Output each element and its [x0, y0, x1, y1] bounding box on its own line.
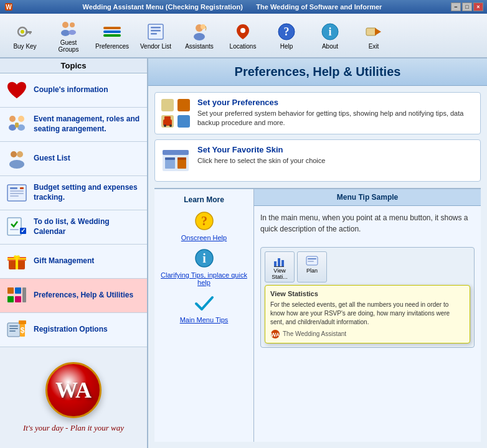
svg-point-69: [169, 124, 172, 127]
svg-rect-83: [274, 266, 284, 267]
svg-point-7: [62, 22, 69, 28]
set-preferences-desc: Set your preferred system behavior for g…: [197, 109, 475, 128]
preferences-sidebar-icon: [5, 284, 29, 307]
sidebar-logo: WA It's your day - Plan it your way: [0, 347, 147, 448]
maximize-button[interactable]: □: [462, 2, 472, 11]
svg-rect-56: [9, 325, 18, 327]
svg-rect-86: [308, 261, 314, 262]
locations-button[interactable]: Locations: [222, 16, 264, 55]
sidebar-label-budget: Budget setting and expenses tracking.: [34, 183, 142, 202]
vendor-icon: [146, 22, 166, 42]
sidebar-item-gifts[interactable]: Gift Management: [0, 245, 147, 279]
heart-icon: [5, 78, 29, 102]
title-bar-controls[interactable]: − □ ×: [451, 2, 483, 11]
preferences-button[interactable]: Preferences: [91, 16, 133, 55]
svg-rect-53: [15, 296, 21, 302]
svg-rect-41: [20, 187, 24, 189]
check-icon: [194, 292, 215, 314]
sidebar-item-preferences[interactable]: Preferences, Help & Utilities: [0, 279, 147, 313]
window-title: Wedding Assistant Menu (Checking Registr…: [14, 3, 451, 11]
svg-rect-52: [7, 296, 14, 302]
tooltip-footer: WA The Wedding Assistant: [270, 329, 465, 339]
sidebar-item-couples[interactable]: Couple's information: [0, 73, 147, 108]
tooltip-footer-text: The Wedding Assistant: [283, 330, 346, 338]
view-statistics-demo-btn: ViewStati...: [265, 251, 295, 282]
tip-demo-buttons: ViewStati... Plan: [265, 251, 470, 282]
sidebar-item-budget[interactable]: Budget setting and expenses tracking.: [0, 176, 147, 210]
svg-rect-74: [165, 157, 175, 160]
svg-rect-58: [9, 330, 16, 332]
exit-icon: [364, 22, 384, 42]
minimize-button[interactable]: −: [451, 2, 461, 11]
set-skin-card[interactable]: Set Your Favorite Skin Click here to sel…: [154, 139, 481, 182]
sidebar-label-registration: Registration Options: [34, 325, 108, 335]
guest-groups-button[interactable]: Guest Groups: [47, 16, 90, 55]
svg-rect-81: [278, 258, 280, 266]
bottom-section: Learn More ? Onscreen Help i Clarifying …: [154, 188, 481, 442]
assistants-button[interactable]: Assistants: [178, 16, 220, 55]
svg-rect-59: [19, 320, 26, 324]
set-skin-desc: Click here to select the skin of your ch…: [197, 156, 325, 166]
info-icon: i: [194, 248, 215, 269]
tagline: It's your day - Plan it your way: [23, 423, 124, 433]
main-menu-tips-label: Main Menu Tips: [180, 316, 229, 324]
svg-text:$: $: [21, 326, 25, 335]
tip-panel: Menu Tip Sample In the main menu, when y…: [254, 189, 481, 442]
content-title: Preferences, Help & Utilities: [158, 65, 477, 79]
sidebar-item-todo[interactable]: ✓ To do list, & Wedding Calendar: [0, 210, 147, 245]
sidebar-item-registration[interactable]: $ Registration Options: [0, 313, 147, 347]
svg-rect-50: [7, 287, 14, 294]
prefs-icon: [102, 22, 122, 42]
tooltip-logo-icon: WA: [270, 329, 280, 339]
sidebar-label-preferences: Preferences, Help & Utilities: [34, 291, 133, 301]
svg-rect-82: [281, 260, 284, 266]
svg-point-35: [9, 160, 24, 169]
about-icon: i: [320, 22, 340, 42]
svg-rect-48: [16, 256, 18, 269]
todo-icon: ✓: [5, 215, 29, 239]
help-button[interactable]: ? Help: [265, 16, 308, 55]
content-header: Preferences, Help & Utilities: [148, 58, 487, 86]
svg-rect-67: [164, 116, 171, 121]
learn-more-title: Learn More: [184, 195, 224, 204]
svg-point-19: [194, 33, 205, 40]
about-label: About: [322, 43, 338, 50]
close-button[interactable]: ×: [473, 2, 483, 11]
svg-text:i: i: [202, 251, 206, 265]
svg-point-34: [17, 151, 23, 157]
title-bar-left: W: [4, 2, 14, 12]
sidebar-item-events[interactable]: Event management, roles and seating aran…: [0, 108, 147, 142]
chart-icon: [273, 254, 286, 268]
svg-point-21: [240, 28, 245, 33]
svg-rect-14: [148, 24, 163, 39]
svg-rect-51: [15, 287, 21, 294]
vendor-list-button[interactable]: Vendor List: [135, 16, 177, 55]
set-preferences-card[interactable]: Set your Preferences Set your preferred …: [154, 92, 481, 134]
onscreen-help-item[interactable]: ? Onscreen Help: [181, 210, 227, 241]
main-menu-tips-item[interactable]: Main Menu Tips: [180, 292, 229, 324]
exit-button[interactable]: Exit: [352, 16, 395, 55]
assistants-label: Assistants: [185, 43, 214, 50]
set-skin-body: Set Your Favorite Skin Click here to sel…: [197, 145, 325, 166]
svg-rect-12: [103, 30, 121, 33]
set-preferences-icon: [160, 98, 191, 129]
view-label: ViewStati...: [272, 268, 288, 280]
set-skin-icon: [160, 145, 191, 176]
sidebar-label-gifts: Gift Management: [34, 256, 94, 266]
svg-rect-17: [151, 33, 157, 35]
svg-text:W: W: [6, 4, 12, 11]
svg-rect-32: [15, 123, 19, 128]
sidebar-item-guests[interactable]: Guest List: [0, 142, 147, 176]
clarifying-tips-item[interactable]: i Clarifying Tips, inplace quick help: [159, 248, 248, 286]
sidebar-label-todo: To do list, & Wedding Calendar: [34, 217, 142, 236]
budget-icon: [5, 181, 29, 205]
svg-rect-5: [29, 31, 31, 34]
tip-text: In the main menu, when you point at a me…: [254, 206, 481, 241]
about-button[interactable]: i About: [309, 16, 351, 55]
learn-more-panel: Learn More ? Onscreen Help i Clarifying …: [154, 189, 254, 442]
sidebar-label-guests: Guest List: [34, 154, 70, 164]
svg-rect-38: [10, 190, 24, 192]
tooltip-title: View Statistics: [270, 289, 465, 299]
buy-key-button[interactable]: Buy Key: [4, 16, 46, 55]
svg-rect-26: [366, 28, 376, 35]
